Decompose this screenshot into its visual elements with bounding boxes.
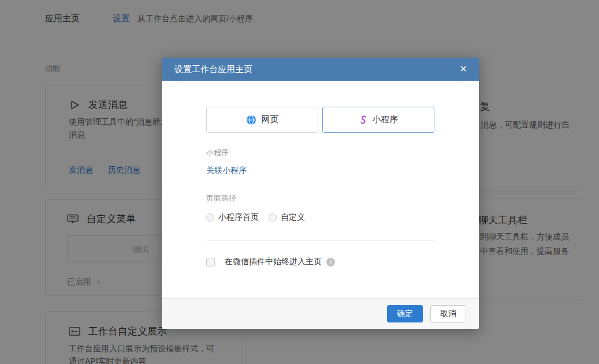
radio-custom-path[interactable]: 自定义: [269, 212, 305, 223]
dialog-header: 设置工作台应用主页 ✕: [162, 58, 479, 81]
close-icon[interactable]: ✕: [460, 65, 467, 74]
tab-miniprogram[interactable]: 小程序: [322, 107, 434, 133]
always-enter-homepage-row: 在微信插件中始终进入主页 i: [206, 257, 434, 267]
tab-miniprogram-label: 小程序: [373, 114, 399, 125]
page-path-options: 小程序首页 自定义: [206, 212, 434, 223]
radio-miniprogram-home[interactable]: 小程序首页: [206, 212, 259, 223]
always-enter-homepage-checkbox[interactable]: [206, 258, 215, 267]
radio-home-label: 小程序首页: [218, 212, 259, 223]
radio-circle-custom[interactable]: [269, 213, 277, 222]
dialog-body: 网页 小程序 小程序 关联小程序 页面路径 小程序首页 自定义: [162, 81, 479, 298]
body-divider: [206, 241, 434, 241]
set-homepage-dialog: 设置工作台应用主页 ✕ 网页 小程序 小程序 关联小程序 页面路径: [162, 58, 479, 329]
homepage-type-tabs: 网页 小程序: [206, 107, 434, 133]
globe-icon: [246, 115, 256, 125]
dialog-footer: 确定 取消: [162, 298, 479, 329]
radio-circle-home[interactable]: [206, 213, 214, 222]
tab-webpage-label: 网页: [262, 114, 279, 125]
miniprogram-field-label: 小程序: [206, 148, 434, 158]
dialog-title: 设置工作台应用主页: [174, 64, 252, 75]
tab-webpage[interactable]: 网页: [206, 107, 318, 133]
page-path-label: 页面路径: [206, 193, 434, 204]
radio-custom-label: 自定义: [281, 212, 305, 223]
confirm-button[interactable]: 确定: [387, 305, 423, 322]
info-icon[interactable]: i: [326, 258, 335, 267]
associate-miniprogram-link[interactable]: 关联小程序: [206, 166, 247, 176]
cancel-button[interactable]: 取消: [430, 305, 466, 322]
miniprogram-icon: [359, 115, 367, 125]
checkbox-label: 在微信插件中始终进入主页: [225, 257, 322, 267]
